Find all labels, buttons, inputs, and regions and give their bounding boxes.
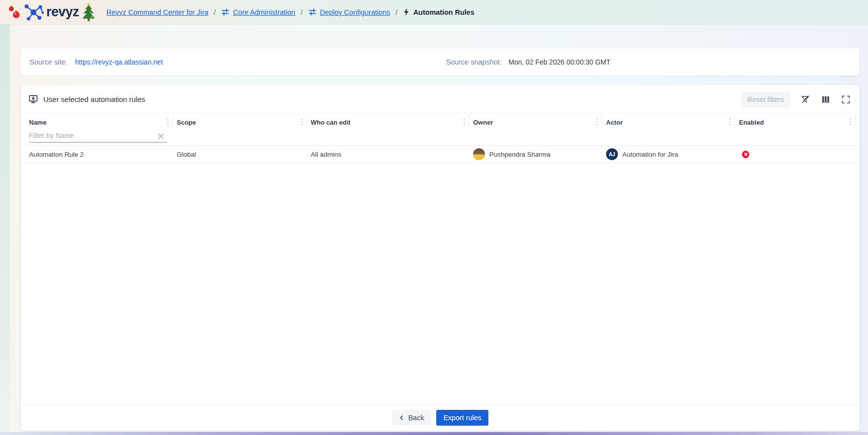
cell-enabled bbox=[735, 151, 855, 158]
fullscreen-icon[interactable] bbox=[840, 94, 851, 105]
cell-who-can-edit: All admins bbox=[307, 151, 469, 158]
chevron-left-icon bbox=[399, 415, 404, 421]
source-site-link[interactable]: https://revyz-qa.atlassian.net bbox=[75, 58, 163, 66]
breadcrumb-link-command-center[interactable]: Revyz Command Center for Jira bbox=[106, 8, 208, 16]
page-left-accent bbox=[0, 25, 10, 435]
source-snapshot-label: Source snapshot: bbox=[446, 58, 502, 66]
column-menu-icon[interactable] bbox=[463, 118, 465, 127]
logo-wordmark: revyz bbox=[46, 5, 79, 19]
column-menu-icon[interactable] bbox=[167, 118, 169, 127]
column-menu-icon[interactable] bbox=[596, 118, 598, 127]
name-filter-input[interactable] bbox=[29, 130, 167, 143]
source-info-bar: Source site: https://revyz-qa.atlassian.… bbox=[21, 48, 860, 76]
column-menu-icon[interactable] bbox=[301, 118, 303, 127]
panel-title: User selected automation rules bbox=[43, 95, 145, 103]
cell-owner: Pushpendra Sharma bbox=[469, 148, 602, 160]
column-menu-icon[interactable] bbox=[729, 118, 731, 127]
cell-actor: AJ Automation for Jira bbox=[602, 148, 735, 160]
page-bottom-accent bbox=[0, 432, 868, 435]
table-header-row: Name Scope Who can edit Owner bbox=[25, 115, 855, 130]
columns-icon[interactable] bbox=[820, 94, 831, 105]
actor-avatar: AJ bbox=[606, 148, 618, 160]
ornaments-icon bbox=[8, 3, 21, 21]
breadcrumb: Revyz Command Center for Jira / Core Adm… bbox=[106, 8, 474, 16]
column-header-owner: Owner bbox=[469, 115, 602, 130]
app-logo[interactable]: revyz bbox=[0, 2, 98, 23]
screen: revyz Revyz Command Center for Jira / bbox=[0, 0, 868, 435]
cell-scope: Global bbox=[173, 151, 307, 158]
clear-filter-icon[interactable] bbox=[158, 133, 164, 139]
clear-filters-icon[interactable] bbox=[800, 94, 811, 105]
breadcrumb-link-core-administration[interactable]: Core Administration bbox=[233, 8, 295, 16]
table-filter-row bbox=[25, 130, 855, 146]
breadcrumb-separator: / bbox=[395, 8, 397, 16]
export-rules-button[interactable]: Export rules bbox=[436, 410, 488, 426]
panel-header: User selected automation rules Reset fil… bbox=[21, 85, 859, 114]
sliders-icon bbox=[221, 8, 229, 16]
reset-filters-button[interactable]: Reset filters bbox=[741, 92, 790, 107]
molecule-logo-icon bbox=[22, 2, 45, 23]
column-header-scope: Scope bbox=[173, 115, 307, 130]
christmas-tree-icon bbox=[81, 2, 96, 22]
breadcrumb-separator: / bbox=[214, 8, 216, 16]
breadcrumb-link-deploy-configurations[interactable]: Deploy Configurations bbox=[320, 8, 390, 16]
column-header-name: Name bbox=[25, 115, 173, 130]
breadcrumb-current-automation-rules: Automation Rules bbox=[403, 8, 474, 16]
source-snapshot-value: Mon, 02 Feb 2026 00:00:30 GMT bbox=[509, 58, 611, 66]
panel-footer: Back Export rules bbox=[21, 404, 859, 431]
back-button[interactable]: Back bbox=[392, 410, 431, 426]
automation-rules-panel: User selected automation rules Reset fil… bbox=[21, 85, 860, 431]
sliders-icon bbox=[308, 8, 317, 16]
column-header-actor: Actor bbox=[602, 115, 735, 130]
owner-avatar bbox=[473, 148, 485, 160]
rule-disabled-icon bbox=[742, 151, 749, 158]
table-row[interactable]: Automation Rule 2 Global All admins Push… bbox=[25, 146, 855, 163]
column-menu-icon[interactable] bbox=[849, 118, 851, 127]
column-header-who-can-edit: Who can edit bbox=[307, 115, 469, 130]
breadcrumb-separator: / bbox=[301, 8, 303, 16]
monitor-import-icon bbox=[28, 94, 38, 104]
source-site-label: Source site: bbox=[30, 58, 67, 66]
cell-rule-name: Automation Rule 2 bbox=[25, 151, 173, 158]
lightning-icon bbox=[403, 8, 410, 16]
top-navbar: revyz Revyz Command Center for Jira / bbox=[0, 0, 868, 25]
column-header-enabled: Enabled bbox=[735, 115, 855, 130]
